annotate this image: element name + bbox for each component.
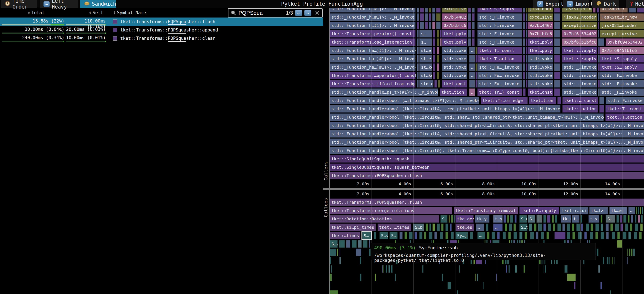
flame-frame[interactable] (476, 63, 477, 71)
search-close-icon[interactable]: ✕ (314, 9, 320, 17)
flame-frame[interactable]: S… (528, 215, 535, 223)
flame-frame[interactable] (436, 22, 440, 29)
flame-frame[interactable]: tk…es (609, 207, 627, 214)
flame-frame[interactable]: std:…voke (442, 55, 467, 63)
flame-frame[interactable]: t…s (493, 215, 503, 223)
flame-frame[interactable] (400, 232, 402, 239)
flame-frame[interactable] (340, 249, 340, 256)
flame-frame[interactable]: 0x7bf6…534402 (562, 30, 597, 37)
flame-frame[interactable]: std::_F…invoke (600, 72, 644, 79)
flame-frame[interactable]: S…v (330, 240, 338, 248)
flame-frame[interactable] (614, 257, 614, 264)
flame-frame[interactable]: st…e (419, 47, 432, 54)
flame-frame[interactable]: except…ursive (562, 22, 597, 29)
flame-frame[interactable] (523, 22, 525, 29)
flame-frame[interactable]: exce…sive (528, 13, 553, 21)
flame-frame[interactable]: tket::Tr…om_edge (481, 97, 528, 104)
flame-frame[interactable] (440, 30, 442, 37)
flame-frame[interactable] (636, 207, 637, 214)
flame-frame[interactable] (600, 232, 604, 239)
flame-frame[interactable] (356, 249, 361, 256)
flame-frame[interactable] (330, 265, 330, 273)
flame-frame[interactable]: S…v (380, 232, 388, 239)
flame-frame[interactable]: S… (390, 232, 398, 239)
flame-frame[interactable]: tk…y (475, 215, 489, 223)
flame-frame[interactable] (572, 232, 575, 239)
flame-frame[interactable] (330, 290, 338, 294)
flame-frame[interactable] (623, 215, 626, 223)
flame-frame[interactable] (507, 215, 509, 223)
flame-frame[interactable] (360, 257, 361, 264)
column-header-self[interactable]: ▲▼ Self (89, 8, 103, 17)
flame-frame[interactable] (641, 215, 643, 223)
flame-frame[interactable]: std::_F…invoke (477, 30, 522, 37)
flame-frame[interactable] (598, 88, 600, 96)
flame-frame[interactable]: TaskSt…er_new (562, 8, 592, 12)
tab-sandwich[interactable]: Sandwich (80, 0, 116, 8)
flame-frame[interactable]: tket…onst (442, 80, 467, 88)
flame-frame[interactable]: std::_Function_handler<bool (tket::Circu… (330, 122, 644, 129)
flame-frame[interactable]: Sy…] (456, 232, 468, 239)
search-prev-button[interactable]: ← (295, 10, 302, 16)
flame-frame[interactable] (497, 232, 500, 239)
flame-frame[interactable] (609, 257, 610, 264)
table-row[interactable]: 15.88s (22%)110.00ms (0.16%)tket::Transf… (0, 17, 323, 26)
flame-frame[interactable]: tket…tion (529, 97, 556, 104)
flame-frame[interactable]: std::_Function_handler<bool (tket::Circu… (330, 113, 604, 121)
flame-frame[interactable]: std::_F…invoke (606, 97, 644, 104)
flame-frame[interactable] (598, 47, 600, 54)
flame-frame[interactable] (437, 224, 440, 231)
flame-frame[interactable] (496, 274, 497, 281)
flame-frame[interactable] (437, 72, 440, 79)
flame-frame[interactable]: tket::Transforms…ose_interaction (330, 38, 416, 46)
flame-frame[interactable]: std::_…invoke (562, 63, 597, 71)
flame-frame[interactable] (600, 282, 602, 290)
flame-frame[interactable]: tket:…times (330, 232, 360, 239)
flame-frame[interactable]: std::_…invoke (562, 72, 597, 79)
flame-frame[interactable]: S…d (519, 215, 527, 223)
flame-frame[interactable] (567, 224, 570, 231)
flame-frame[interactable] (598, 265, 600, 273)
flame-frame[interactable] (433, 30, 436, 37)
flame-frame[interactable] (610, 224, 613, 231)
flame-frame[interactable]: tke…ger (456, 215, 474, 223)
flame-frame[interactable] (417, 8, 419, 12)
flame-frame[interactable] (599, 105, 604, 113)
flame-frame[interactable]: std::_…invoke (562, 80, 597, 88)
flame-frame[interactable] (472, 30, 475, 37)
flame-frame[interactable] (483, 282, 484, 290)
flame-frame[interactable]: … (477, 232, 485, 239)
flame-frame[interactable]: S… (440, 215, 448, 223)
flame-frame[interactable] (548, 224, 551, 231)
flame-frame[interactable] (330, 282, 330, 290)
flame-frame[interactable] (523, 13, 525, 21)
flame-frame[interactable] (631, 215, 633, 223)
flame-frame[interactable] (543, 215, 546, 223)
flame-frame[interactable]: std::_Function_ha…)#1}>::._M_invoke (330, 63, 416, 71)
flame-frame[interactable] (544, 265, 546, 273)
flame-frame[interactable] (610, 290, 611, 294)
flame-frame[interactable] (627, 249, 628, 256)
flame-frame[interactable] (523, 80, 525, 88)
flame-frame[interactable]: s… (419, 38, 432, 46)
flame-frame[interactable] (526, 63, 528, 71)
flame-frame[interactable] (617, 240, 622, 248)
flame-frame-hovered[interactable]: S… (362, 232, 372, 239)
flame-frame[interactable] (437, 47, 440, 54)
flame-frame[interactable]: std::_Fu…_invoke (477, 72, 522, 79)
flame-frame[interactable] (472, 8, 475, 12)
flame-frame[interactable] (442, 274, 443, 281)
flame-frame[interactable] (358, 240, 362, 248)
flame-frame[interactable]: jisx…oder (528, 8, 553, 12)
flame-frame[interactable] (509, 224, 512, 231)
flame-frame[interactable] (339, 240, 345, 248)
flame-frame[interactable]: S…t (519, 224, 528, 231)
flame-frame[interactable]: std…oke (419, 80, 434, 88)
flame-frame[interactable]: jisx021…ncoder (600, 22, 644, 29)
flame-frame[interactable] (386, 265, 387, 273)
flame-frame[interactable] (526, 8, 528, 12)
flame-frame[interactable]: std:…voke (442, 72, 467, 79)
flame-frame[interactable] (536, 232, 538, 239)
flame-frame[interactable]: TaskSte…er_new (600, 13, 644, 21)
flame-frame[interactable] (436, 8, 440, 12)
